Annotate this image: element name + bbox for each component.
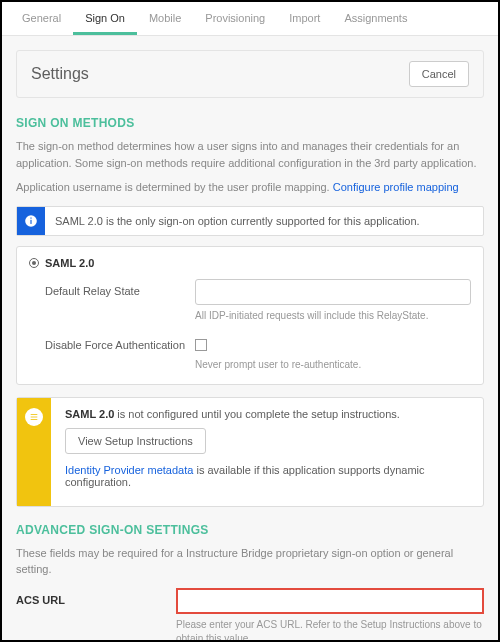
tab-sign-on[interactable]: Sign On — [73, 2, 137, 35]
setup-rest: is not configured until you complete the… — [114, 408, 400, 420]
radio-selected-icon — [29, 258, 39, 268]
saml-radio-row[interactable]: SAML 2.0 — [29, 257, 471, 269]
idp-metadata-text: Identity Provider metadata is available … — [65, 464, 469, 488]
default-relay-state-label: Default Relay State — [45, 279, 195, 297]
svg-rect-2 — [30, 217, 31, 218]
default-relay-state-row: Default Relay State All IDP-initiated re… — [29, 279, 471, 323]
tab-mobile[interactable]: Mobile — [137, 2, 193, 35]
info-banner: SAML 2.0 is the only sign-on option curr… — [16, 206, 484, 236]
disable-force-auth-label: Disable Force Authentication — [45, 333, 195, 351]
view-setup-instructions-button[interactable]: View Setup Instructions — [65, 428, 206, 454]
section-title-advanced: ADVANCED SIGN-ON SETTINGS — [16, 523, 484, 537]
svg-rect-4 — [31, 416, 38, 417]
disable-force-auth-checkbox[interactable] — [195, 339, 207, 351]
svg-rect-3 — [31, 414, 38, 415]
disable-force-auth-row: Disable Force Authentication Never promp… — [29, 333, 471, 372]
acs-url-label: ACS URL — [16, 588, 176, 606]
profile-mapping-text: Application username is determined by th… — [16, 181, 333, 193]
svg-rect-1 — [30, 219, 31, 223]
configure-profile-mapping-link[interactable]: Configure profile mapping — [333, 181, 459, 193]
default-relay-state-hint: All IDP-initiated requests will include … — [195, 309, 471, 323]
saml-panel: SAML 2.0 Default Relay State All IDP-ini… — [16, 246, 484, 385]
tab-import[interactable]: Import — [277, 2, 332, 35]
sign-on-methods-desc: The sign-on method determines how a user… — [16, 138, 484, 171]
setup-warning-bar — [17, 398, 51, 506]
setup-panel: SAML 2.0 is not configured until you com… — [16, 397, 484, 507]
acs-url-hint: Please enter your ACS URL. Refer to the … — [176, 618, 484, 643]
disable-force-auth-hint: Never prompt user to re-authenticate. — [195, 358, 471, 372]
saml-radio-label: SAML 2.0 — [45, 257, 94, 269]
info-icon — [17, 207, 45, 235]
cancel-button[interactable]: Cancel — [409, 61, 469, 87]
svg-rect-5 — [31, 419, 38, 420]
advanced-desc: These fields may be required for a Instr… — [16, 545, 484, 578]
page-title: Settings — [31, 65, 89, 83]
settings-header: Settings Cancel — [16, 50, 484, 98]
tab-provisioning[interactable]: Provisioning — [193, 2, 277, 35]
acs-url-input[interactable] — [176, 588, 484, 614]
sign-on-methods-desc2: Application username is determined by th… — [16, 179, 484, 196]
acs-url-row: ACS URL Please enter your ACS URL. Refer… — [16, 588, 484, 643]
advanced-sign-on-section: ADVANCED SIGN-ON SETTINGS These fields m… — [16, 523, 484, 643]
setup-text: SAML 2.0 is not configured until you com… — [65, 408, 469, 420]
tab-general[interactable]: General — [10, 2, 73, 35]
tab-bar: General Sign On Mobile Provisioning Impo… — [2, 2, 498, 36]
section-title-sign-on-methods: SIGN ON METHODS — [16, 116, 484, 130]
default-relay-state-input[interactable] — [195, 279, 471, 305]
list-icon — [25, 408, 43, 426]
sign-on-methods-section: SIGN ON METHODS The sign-on method deter… — [16, 116, 484, 507]
tab-assignments[interactable]: Assignments — [332, 2, 419, 35]
info-banner-text: SAML 2.0 is the only sign-on option curr… — [45, 215, 430, 227]
idp-metadata-link[interactable]: Identity Provider metadata — [65, 464, 193, 476]
setup-bold: SAML 2.0 — [65, 408, 114, 420]
